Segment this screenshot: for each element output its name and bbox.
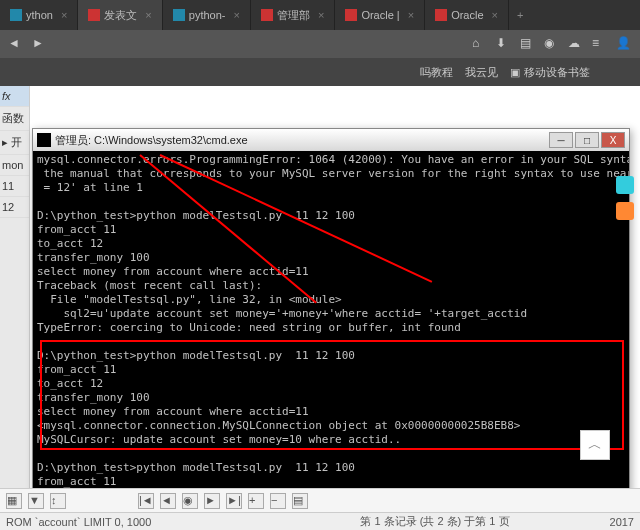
tab-icon: [261, 9, 273, 21]
nav-toolbar: ▦ ▼ ↕ |◄ ◄ ◉ ► ►| + − ▤: [0, 488, 640, 512]
close-button[interactable]: X: [601, 132, 625, 148]
first-icon[interactable]: |◄: [138, 493, 154, 509]
status-bar: ROM `account` LIMIT 0, 1000 第 1 条记录 (共 2…: [0, 512, 640, 530]
query-text: ROM `account` LIMIT 0, 1000: [6, 516, 151, 528]
filter-icon[interactable]: ▼: [28, 493, 44, 509]
cmd-title: 管理员: C:\Windows\system32\cmd.exe: [55, 133, 549, 148]
layout-icon[interactable]: ▤: [292, 493, 308, 509]
side-apps: [616, 176, 636, 220]
bookmark-item[interactable]: 吗教程: [420, 65, 453, 80]
val-11: 11: [0, 176, 29, 197]
del-icon[interactable]: −: [270, 493, 286, 509]
tab-article[interactable]: 发表文×: [78, 0, 162, 30]
cmd-titlebar[interactable]: 管理员: C:\Windows\system32\cmd.exe ─ □ X: [33, 129, 629, 151]
tab-oracle1[interactable]: Oracle |×: [335, 0, 425, 30]
menu-icon[interactable]: ≡: [592, 36, 608, 52]
close-icon[interactable]: ×: [61, 9, 67, 21]
function-label: 函数: [0, 107, 29, 131]
close-icon[interactable]: ×: [408, 9, 414, 21]
tab-icon: [10, 9, 22, 21]
bookmark-item[interactable]: 我云见: [465, 65, 498, 80]
tab-icon: [435, 9, 447, 21]
close-icon[interactable]: ×: [234, 9, 240, 21]
app-icon[interactable]: [616, 176, 634, 194]
browser-toolbar: ◄ ► ⌂ ⬇ ▤ ◉ ☁ ≡ 👤: [0, 30, 640, 58]
stop-icon[interactable]: ◉: [182, 493, 198, 509]
minimize-button[interactable]: ─: [549, 132, 573, 148]
close-icon[interactable]: ×: [492, 9, 498, 21]
grid-icon[interactable]: ▦: [6, 493, 22, 509]
note-icon[interactable]: ▤: [520, 36, 536, 52]
user-icon[interactable]: 👤: [616, 36, 632, 52]
cloud-icon[interactable]: ☁: [568, 36, 584, 52]
fx-button[interactable]: fx: [0, 86, 29, 107]
val-12: 12: [0, 197, 29, 218]
left-panel: fx 函数 ▸ 开 mon 11 12: [0, 86, 30, 530]
bookmark-folder[interactable]: ▣ 移动设备书签: [510, 65, 590, 80]
tab-icon: [173, 9, 185, 21]
maximize-button[interactable]: □: [575, 132, 599, 148]
next-icon[interactable]: ►: [204, 493, 220, 509]
back-icon[interactable]: ◄: [8, 36, 24, 52]
content-area: fx 函数 ▸ 开 mon 11 12 ─ ▢ × 管理员: C:\Window…: [0, 86, 640, 530]
download-icon[interactable]: ⬇: [496, 36, 512, 52]
app-icon[interactable]: [616, 202, 634, 220]
tab-icon: [88, 9, 100, 21]
prev-icon[interactable]: ◄: [160, 493, 176, 509]
bookmark-bar: 吗教程 我云见 ▣ 移动设备书签: [0, 58, 640, 86]
home-icon[interactable]: ⌂: [472, 36, 488, 52]
last-icon[interactable]: ►|: [226, 493, 242, 509]
scroll-top-button[interactable]: ︿: [580, 430, 610, 460]
new-tab-button[interactable]: +: [509, 9, 531, 21]
mon-item[interactable]: mon: [0, 155, 29, 176]
add-icon[interactable]: +: [248, 493, 264, 509]
tab-admin[interactable]: 管理部×: [251, 0, 335, 30]
cmd-icon: [37, 133, 51, 147]
camera-icon[interactable]: ◉: [544, 36, 560, 52]
sort-icon[interactable]: ↕: [50, 493, 66, 509]
browser-tabs: ython× 发表文× python-× 管理部× Oracle |× Orac…: [0, 0, 640, 30]
close-icon[interactable]: ×: [318, 9, 324, 21]
open-item[interactable]: ▸ 开: [0, 131, 29, 155]
tab-python2[interactable]: python-×: [163, 0, 251, 30]
cmd-window: 管理员: C:\Windows\system32\cmd.exe ─ □ X m…: [32, 128, 630, 530]
forward-icon[interactable]: ►: [32, 36, 48, 52]
year-label: 2017: [610, 516, 634, 528]
cmd-output[interactable]: mysql.connector.errors.ProgrammingError:…: [33, 151, 629, 530]
tab-oracle2[interactable]: Oracle×: [425, 0, 509, 30]
close-icon[interactable]: ×: [145, 9, 151, 21]
tab-python[interactable]: ython×: [0, 0, 78, 30]
page-info: 第 1 条记录 (共 2 条) 于第 1 页: [360, 514, 509, 529]
tab-icon: [345, 9, 357, 21]
